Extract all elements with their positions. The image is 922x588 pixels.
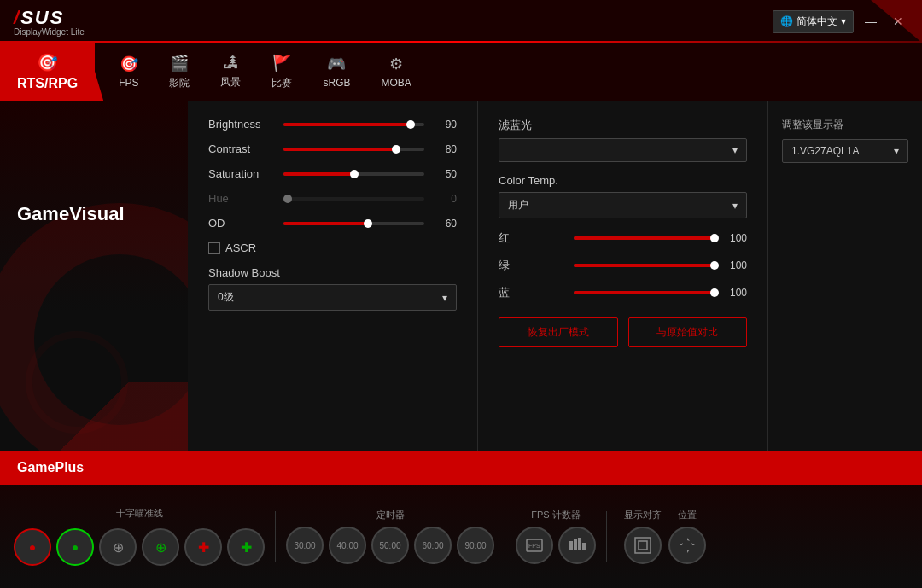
brightness-fill	[283, 123, 411, 126]
language-selector[interactable]: 🌐 简体中文 ▾	[773, 10, 854, 33]
green-fill	[574, 264, 715, 267]
contrast-slider[interactable]	[283, 148, 424, 151]
saturation-slider[interactable]	[283, 172, 424, 176]
brightness-thumb[interactable]	[406, 120, 415, 129]
crosshair-label: 十字瞄准线	[14, 507, 265, 520]
asus-logo: /SUS	[14, 7, 64, 29]
crosshair-btn-2[interactable]: ●	[56, 528, 94, 566]
scenery-tab-label: 风景	[220, 75, 241, 90]
crosshair-btn-5[interactable]: ✚	[184, 528, 222, 566]
position-group: 位置	[668, 509, 706, 564]
tab-items: 🎯 FPS 🎬 影院 🏞 风景 🚩 比赛 🎮 sRGB ⚙ MOBA	[95, 43, 922, 101]
timer-btn-30[interactable]: 30:00	[286, 527, 324, 564]
contrast-thumb[interactable]	[392, 145, 400, 154]
red-value: 100	[721, 232, 747, 244]
divider-1	[275, 511, 276, 562]
race-tab-icon: 🚩	[272, 54, 291, 73]
saturation-thumb[interactable]	[350, 170, 359, 178]
red-thumb[interactable]	[710, 234, 719, 242]
panel-right: 调整该显示器 1.VG27AQL1A ▾	[768, 101, 922, 451]
contrast-fill	[283, 148, 396, 151]
fps-tab-label: FPS	[119, 77, 138, 89]
timer-btn-60[interactable]: 60:00	[414, 527, 452, 564]
svg-marker-9	[687, 546, 690, 553]
factory-reset-button[interactable]: 恢复出厂模式	[499, 317, 618, 347]
tab-race[interactable]: 🚩 比赛	[256, 43, 307, 101]
crosshair-group: 十字瞄准线 ● ● ⊕ ⊕ ✚	[14, 507, 265, 566]
fps-btn-2[interactable]	[558, 527, 596, 564]
filter-label: 滤蓝光	[499, 118, 747, 133]
crosshair-btn-4[interactable]: ⊕	[142, 528, 179, 566]
hue-row: Hue 0	[208, 192, 457, 205]
tab-active-icon: 🎯	[37, 52, 58, 73]
saturation-fill	[283, 172, 354, 176]
crosshair-btn-1[interactable]: ●	[14, 528, 51, 566]
svg-rect-5	[582, 543, 586, 550]
timer-btn-40[interactable]: 40:00	[329, 527, 366, 564]
shadow-boost-dropdown[interactable]: 0级 ▾	[208, 284, 457, 311]
cinema-tab-icon: 🎬	[170, 54, 189, 73]
svg-rect-4	[578, 538, 581, 550]
main-content: GameVisual Brightness 90 Contrast 80	[0, 101, 922, 451]
crosshair-btn-3[interactable]: ⊕	[99, 528, 137, 566]
tab-srgb[interactable]: 🎮 sRGB	[307, 43, 365, 101]
red-label: 红	[499, 230, 567, 246]
monitor-arrow-icon: ▾	[894, 145, 899, 157]
blue-thumb[interactable]	[710, 288, 719, 297]
moba-tab-icon: ⚙	[389, 55, 403, 73]
crosshair-btn-6[interactable]: ✚	[227, 528, 265, 566]
timer-btn-50[interactable]: 50:00	[371, 527, 409, 564]
od-thumb[interactable]	[364, 219, 372, 228]
sidebar-label: GameVisual	[17, 203, 125, 225]
svg-text:FPS: FPS	[528, 543, 540, 549]
contrast-label: Contrast	[208, 143, 277, 155]
red-slider[interactable]	[574, 236, 715, 240]
pos-button[interactable]	[668, 527, 706, 564]
saturation-value: 50	[431, 168, 457, 180]
gameplus-label: GamePlus	[17, 460, 84, 475]
ascr-checkbox[interactable]	[208, 242, 220, 254]
cinema-tab-label: 影院	[169, 76, 190, 90]
filter-arrow-icon: ▾	[732, 144, 738, 156]
align-button[interactable]	[624, 527, 662, 564]
contrast-row: Contrast 80	[208, 143, 457, 155]
brightness-slider[interactable]	[283, 123, 424, 126]
compare-original-button[interactable]: 与原始值对比	[628, 317, 748, 347]
blue-slider[interactable]	[574, 291, 715, 294]
fps-buttons: FPS	[516, 527, 596, 564]
contrast-value: 80	[431, 143, 457, 155]
color-temp-value: 用户	[508, 198, 528, 212]
timer-label: 定时器	[286, 509, 494, 521]
fps-counter-label: FPS 计数器	[516, 509, 596, 521]
red-fill	[574, 236, 715, 240]
svg-rect-3	[574, 539, 577, 550]
brightness-row: Brightness 90	[208, 118, 457, 131]
tab-cinema[interactable]: 🎬 影院	[154, 43, 205, 101]
green-thumb[interactable]	[710, 261, 719, 270]
color-temp-section: Color Temp. 用户 ▾	[499, 174, 747, 218]
moba-tab-label: MOBA	[381, 77, 411, 89]
svg-rect-2	[569, 541, 573, 550]
srgb-tab-icon: 🎮	[327, 55, 346, 73]
srgb-tab-label: sRGB	[323, 77, 350, 89]
timer-btn-90[interactable]: 90:00	[457, 527, 494, 564]
monitor-selector[interactable]: 1.VG27AQL1A ▾	[782, 139, 908, 163]
shadow-boost-value: 0级	[218, 290, 234, 305]
color-temp-dropdown[interactable]: 用户 ▾	[499, 192, 747, 218]
tab-moba[interactable]: ⚙ MOBA	[365, 43, 426, 101]
red-row: 红 100	[499, 230, 747, 246]
tab-active-label: RTS/RPG	[17, 76, 78, 91]
filter-dropdown[interactable]: ▾	[499, 138, 747, 162]
fps-btn-1[interactable]: FPS	[516, 527, 553, 564]
tab-fps[interactable]: 🎯 FPS	[103, 43, 154, 101]
green-value: 100	[721, 259, 747, 271]
blue-label: 蓝	[499, 285, 567, 300]
green-slider[interactable]	[574, 264, 715, 267]
blue-fill	[574, 291, 715, 294]
od-slider[interactable]	[283, 222, 424, 225]
ascr-row: ASCR	[208, 242, 457, 254]
tab-scenery[interactable]: 🏞 风景	[205, 43, 256, 101]
tab-rts-rpg[interactable]: 🎯 RTS/RPG	[0, 43, 95, 101]
rgb-section: 红 100 绿 100	[499, 230, 747, 300]
panel-center: 滤蓝光 ▾ Color Temp. 用户 ▾ 红	[478, 101, 768, 451]
